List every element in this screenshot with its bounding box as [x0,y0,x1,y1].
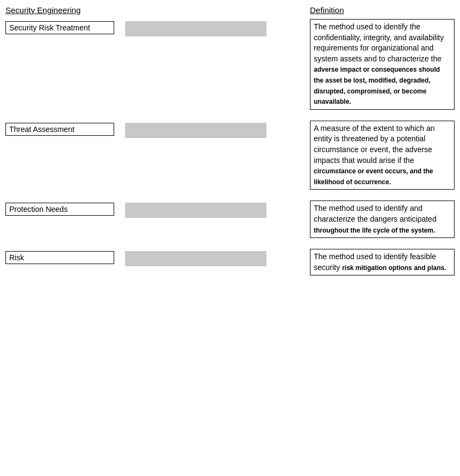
term-box-threat-assessment: Threat Assessment [5,123,114,136]
gray-bar-security-risk-treatment [125,21,266,36]
gray-bar-threat-assessment [125,123,266,138]
header-left: Security Engineering [5,5,310,15]
left-section-security-risk-treatment: Security Risk Treatment [5,19,310,36]
definition-box-protection-needs: The method used to identify and characte… [310,201,455,238]
definition-box-threat-assessment: A measure of the extent to which an enti… [310,121,455,190]
left-section-protection-needs: Protection Needs [5,201,310,218]
gray-bar-protection-needs [125,203,266,218]
definition-box-security-risk-treatment: The method used to identify the confiden… [310,19,455,110]
definition-bold-security-risk-treatment: adverse impact or consequences should th… [314,66,440,105]
definition-box-risk: The method used to identify feasible sec… [310,249,455,275]
definition-bold-risk: risk mitigation options and plans. [342,264,446,272]
left-section-risk: Risk [5,249,310,266]
rows-container: Security Risk TreatmentThe method used t… [5,19,455,275]
definition-normal-security-risk-treatment: The method used to identify the confiden… [314,22,444,63]
definition-normal-threat-assessment: A measure of the extent to which an enti… [314,124,435,165]
left-section-threat-assessment: Threat Assessment [5,121,310,138]
definition-bold-protection-needs: throughout the life cycle of the system. [314,227,435,234]
gray-bar-risk [125,251,266,266]
term-box-risk: Risk [5,251,114,264]
page-container: Security Engineering Definition Security… [5,5,455,275]
header-row: Security Engineering Definition [5,5,455,15]
definition-normal-protection-needs: The method used to identify and characte… [314,204,437,223]
term-box-security-risk-treatment: Security Risk Treatment [5,21,114,34]
definition-bold-threat-assessment: circumstance or event occurs, and the li… [314,167,433,186]
term-box-protection-needs: Protection Needs [5,203,114,216]
header-right: Definition [310,5,455,15]
content-row-security-risk-treatment: Security Risk TreatmentThe method used t… [5,19,455,110]
content-row-protection-needs: Protection NeedsThe method used to ident… [5,201,455,238]
content-row-risk: RiskThe method used to identify feasible… [5,249,455,275]
content-row-threat-assessment: Threat AssessmentA measure of the extent… [5,121,455,190]
